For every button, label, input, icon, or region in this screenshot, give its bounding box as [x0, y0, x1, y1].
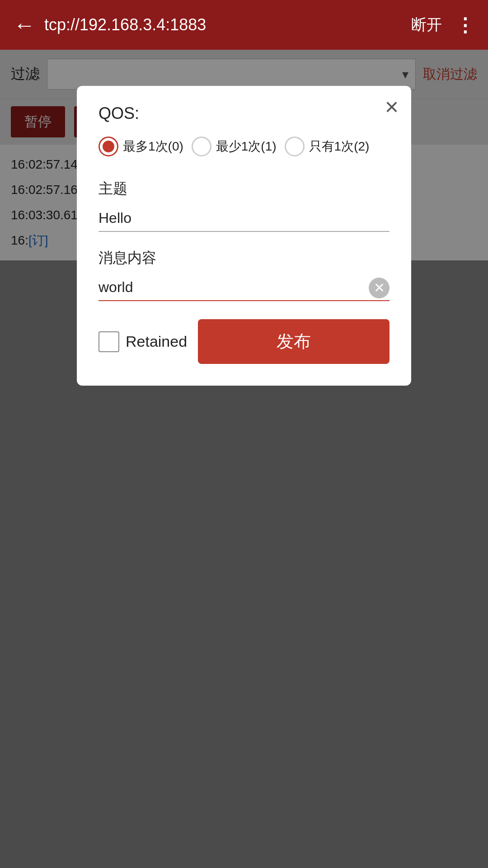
top-bar: ← tcp://192.168.3.4:1883 断开 ⋮ [0, 0, 488, 50]
top-bar-left: ← tcp://192.168.3.4:1883 [14, 13, 206, 38]
message-label: 消息内容 [99, 248, 389, 268]
top-bar-right: 断开 ⋮ [411, 14, 474, 36]
main-background: 过滤 ▾ 取消过滤 暂停 清空 自动滚动 打印发送 [0, 50, 488, 868]
qos-option-1[interactable]: 最少1次(1) [192, 137, 277, 156]
retained-label: Retained [126, 333, 187, 350]
topic-input[interactable] [99, 205, 389, 232]
publish-button[interactable]: 发布 [198, 319, 389, 364]
topic-label: 主题 [99, 179, 389, 199]
qos2-label: 只有1次(2) [309, 138, 370, 155]
dialog-overlay: × QOS: 最多1次(0) 最少1次(1) [0, 50, 488, 868]
radio-inner-qos0 [103, 141, 114, 152]
message-clear-button[interactable]: ✕ [369, 278, 389, 298]
qos-label: QOS: [99, 104, 389, 123]
qos0-label: 最多1次(0) [123, 138, 183, 155]
back-button[interactable]: ← [14, 13, 35, 38]
dialog-close-button[interactable]: × [385, 95, 399, 118]
topic-section: 主题 [99, 179, 389, 232]
qos-option-2[interactable]: 只有1次(2) [285, 137, 370, 156]
radio-qos2[interactable] [285, 137, 305, 156]
message-input-wrap: ✕ [99, 274, 389, 301]
clear-icon: ✕ [374, 281, 385, 295]
message-input[interactable] [99, 274, 389, 301]
page-title: tcp://192.168.3.4:1883 [44, 15, 206, 34]
disconnect-button[interactable]: 断开 [411, 14, 442, 35]
qos1-label: 最少1次(1) [216, 138, 277, 155]
more-icon[interactable]: ⋮ [455, 14, 474, 36]
message-section: 消息内容 ✕ [99, 248, 389, 301]
retained-checkbox[interactable] [99, 331, 119, 352]
qos-option-0[interactable]: 最多1次(0) [99, 137, 183, 156]
radio-qos1[interactable] [192, 137, 211, 156]
retained-group: Retained [99, 331, 187, 352]
dialog-footer: Retained 发布 [99, 319, 389, 364]
publish-dialog: × QOS: 最多1次(0) 最少1次(1) [77, 86, 411, 386]
qos-options: 最多1次(0) 最少1次(1) 只有1次(2) [99, 137, 389, 156]
radio-qos0[interactable] [99, 137, 118, 156]
